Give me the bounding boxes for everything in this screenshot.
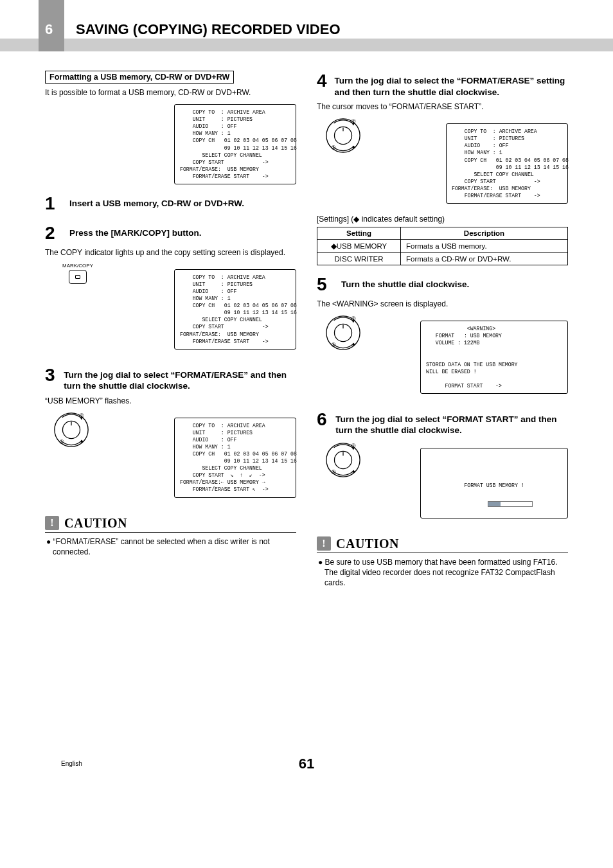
step-2-note: The COPY indicator lights up and the cop…	[45, 247, 296, 258]
step-5-note: The <WARNING> screen is displayed.	[317, 299, 568, 309]
step-2: Press the [MARK/COPY] button.	[69, 223, 202, 244]
caution-icon: !	[317, 536, 331, 551]
intro: It is possible to format a USB memory, C…	[45, 87, 296, 98]
progress-bar	[488, 501, 533, 507]
table-row: ◆USB MEMORY Formats a USB memory.	[317, 240, 568, 253]
table-row: DISC WRITER Formats a CD-RW or DVD+RW.	[317, 253, 568, 265]
caution-heading: ! CAUTION	[317, 536, 568, 551]
lcd-screen-3: COPY TO : ARCHIVE AREA UNIT : PICTURES A…	[174, 418, 296, 498]
footer-language: English	[61, 760, 82, 767]
step-5: Turn the shuttle dial clockwise.	[341, 274, 469, 295]
lcd-screen-4: COPY TO : ARCHIVE AREA UNIT : PICTURES A…	[446, 123, 568, 204]
caution-icon: !	[45, 516, 59, 530]
jog-dial-icon	[45, 411, 103, 451]
lcd-screen-2: COPY TO : ARCHIVE AREA UNIT : PICTURES A…	[174, 269, 296, 350]
jog-dial-icon	[317, 441, 375, 481]
caution-label: CAUTION	[64, 516, 127, 531]
settings-caption: [Settings] (◆ indicates default setting)	[317, 214, 568, 224]
step-number: 4	[317, 71, 327, 98]
page-number: 61	[45, 756, 568, 772]
step-4: Turn the jog dial to select the “FORMAT/…	[335, 71, 568, 98]
lcd-screen-5: <WARNING> FORMAT : USB MEMORY VOLUME : 1…	[420, 321, 568, 394]
step-number: 6	[317, 409, 328, 436]
step-number: 3	[45, 365, 56, 392]
markcopy-button-illustration: MARK/COPY	[45, 263, 103, 284]
header: 6 SAVING (COPYING) RECORDED VIDEO	[0, 0, 613, 45]
caution-body: ● Be sure to use USB memory that have be…	[317, 557, 568, 589]
lcd-screen-6: FORMAT USB MEMORY !	[420, 448, 568, 518]
caution-heading: ! CAUTION	[45, 516, 296, 531]
step-4-note: The cursor moves to “FORMAT/ERASE START”…	[317, 102, 568, 112]
lcd-screen-1: COPY TO : ARCHIVE AREA UNIT : PICTURES A…	[174, 104, 296, 184]
step-3-note: “USB MEMORY” flashes.	[45, 396, 296, 406]
th-setting: Setting	[317, 227, 401, 240]
caution-label: CAUTION	[336, 536, 399, 551]
lcd6-text: FORMAT USB MEMORY !	[426, 482, 562, 489]
chapter-number: 6	[45, 21, 53, 38]
step-6: Turn the jog dial to select “FORMAT STAR…	[335, 409, 568, 436]
step-number: 5	[317, 274, 333, 295]
section-box-title: Formatting a USB memory, CD-RW or DVD+RW	[45, 71, 234, 84]
markcopy-label: MARK/COPY	[53, 263, 103, 269]
th-desc: Description	[401, 227, 568, 240]
step-number: 1	[45, 193, 62, 214]
step-3: Turn the jog dial to select “FORMAT/ERAS…	[64, 365, 296, 392]
caution-body: ● “FORMAT/ERASE” cannot be selected when…	[45, 536, 296, 557]
step-1: Insert a USB memory, CD-RW or DVD+RW.	[69, 193, 244, 214]
jog-dial-icon	[317, 314, 375, 354]
chapter-title: SAVING (COPYING) RECORDED VIDEO	[76, 21, 341, 38]
step-number: 2	[45, 223, 62, 244]
jog-dial-icon	[317, 117, 375, 157]
settings-table: Setting Description ◆USB MEMORY Formats …	[317, 227, 568, 265]
